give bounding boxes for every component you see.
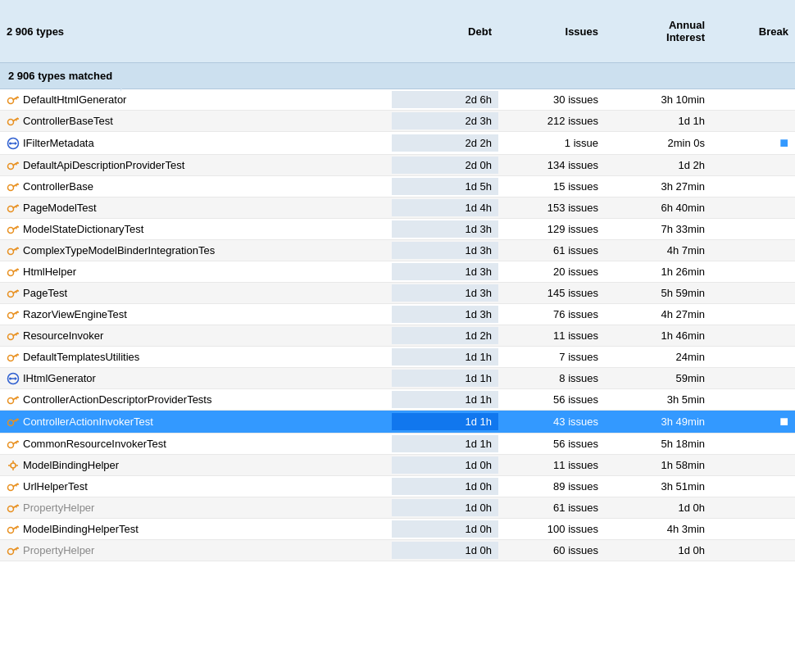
- key-icon: [7, 159, 20, 172]
- cell-name: DefaultTemplatesUtilities: [0, 348, 392, 366]
- cell-interest: 1d 2h: [605, 157, 711, 174]
- cell-name: RazorViewEngineTest: [0, 306, 392, 324]
- key-icon: [7, 544, 20, 557]
- svg-point-36: [8, 291, 14, 297]
- svg-point-82: [8, 527, 14, 533]
- cell-issues: 145 issues: [498, 284, 605, 302]
- table-row[interactable]: PageTest 1d 3h 145 issues 5h 59min: [0, 283, 795, 304]
- table-row[interactable]: ControllerActionInvokerTest 1d 1h 43 iss…: [0, 411, 795, 434]
- table-row[interactable]: DefaultApiDescriptionProviderTest 2d 0h …: [0, 155, 795, 176]
- cell-name: ModelStateDictionaryTest: [0, 220, 392, 238]
- cell-break: [711, 527, 795, 532]
- svg-line-1: [13, 97, 19, 100]
- header-interest: Annual Interest: [605, 14, 711, 48]
- cell-interest: 4h 3min: [605, 520, 711, 538]
- table-row[interactable]: PropertyHelper 1d 0h 61 issues 1d 0h: [0, 497, 795, 519]
- table-row[interactable]: ComplexTypeModelBinderIntegrationTes 1d …: [0, 240, 795, 261]
- table-row[interactable]: HtmlHelper 1d 3h 20 issues 1h 26min: [0, 261, 795, 283]
- cell-debt: 1d 0h: [392, 499, 498, 516]
- header-break: Break: [711, 20, 795, 43]
- cell-debt: 1d 3h: [392, 242, 498, 259]
- cell-issues: 56 issues: [498, 391, 605, 408]
- cell-debt: 2d 6h: [392, 91, 498, 108]
- svg-point-4: [8, 119, 14, 125]
- cell-debt: 1d 1h: [392, 370, 498, 387]
- table-row[interactable]: ResourceInvoker 1d 2h 11 issues 1h 46min: [0, 325, 795, 347]
- cell-interest: 4h 27min: [605, 306, 711, 323]
- table-row[interactable]: RazorViewEngineTest 1d 3h 76 issues 4h 2…: [0, 304, 795, 325]
- table-row[interactable]: DefaultHtmlGenerator 2d 6h 30 issues 3h …: [0, 89, 795, 111]
- cell-issues: 11 issues: [498, 456, 605, 474]
- cell-issues: 76 issues: [498, 306, 605, 323]
- cell-break: [711, 270, 795, 275]
- cell-name: DefaultHtmlGenerator: [0, 91, 392, 109]
- cell-interest: 1d 1h: [605, 112, 711, 129]
- table-row[interactable]: IFilterMetadata 2d 2h 1 issue 2min 0s ■: [0, 132, 795, 155]
- svg-line-65: [13, 441, 19, 444]
- cell-issues: 89 issues: [498, 478, 605, 495]
- cell-name: ModelBindingHelper: [0, 456, 392, 474]
- cell-break: [711, 206, 795, 211]
- table-row[interactable]: DefaultTemplatesUtilities 1d 1h 7 issues…: [0, 347, 795, 368]
- key-icon: [7, 480, 20, 493]
- cell-name: IHtmlGenerator: [0, 370, 392, 388]
- interface-icon: [7, 137, 20, 150]
- cell-issues: 212 issues: [498, 112, 605, 129]
- cell-debt: 1d 3h: [392, 306, 498, 323]
- header-name: 2 906 types: [0, 20, 392, 43]
- header-debt: Debt: [392, 20, 498, 43]
- svg-point-48: [8, 355, 14, 361]
- svg-marker-54: [15, 377, 17, 380]
- table-row[interactable]: ModelBindingHelper 1d 0h 11 issues 1h 58…: [0, 455, 795, 476]
- cell-debt: 1d 0h: [392, 520, 498, 538]
- table-row[interactable]: ControllerBase 1d 5h 15 issues 3h 27min: [0, 176, 795, 198]
- table-row[interactable]: UrlHelperTest 1d 0h 89 issues 3h 51min: [0, 476, 795, 497]
- svg-line-37: [13, 290, 19, 293]
- cell-debt: 1d 4h: [392, 199, 498, 216]
- cell-name: ControllerBaseTest: [0, 112, 392, 130]
- svg-line-5: [13, 118, 19, 121]
- svg-line-49: [13, 354, 19, 357]
- table-header: 2 906 types Debt Issues Annual Interest …: [0, 0, 795, 63]
- cell-debt: 1d 3h: [392, 263, 498, 280]
- cell-issues: 30 issues: [498, 91, 605, 108]
- cell-interest: 7h 33min: [605, 220, 711, 238]
- cell-name: ModelBindingHelperTest: [0, 520, 392, 538]
- table-row[interactable]: IHtmlGenerator 1d 1h 8 issues 59min: [0, 368, 795, 389]
- cell-name: UrlHelperTest: [0, 478, 392, 496]
- cell-debt: 1d 1h: [392, 391, 498, 408]
- svg-point-60: [8, 420, 14, 425]
- cell-break: [711, 506, 795, 511]
- cell-break: [711, 463, 795, 468]
- table-body: DefaultHtmlGenerator 2d 6h 30 issues 3h …: [0, 89, 795, 561]
- cell-interest: 5h 18min: [605, 435, 711, 452]
- svg-line-41: [13, 311, 19, 315]
- table-row[interactable]: CommonResourceInvokerTest 1d 1h 56 issue…: [0, 434, 795, 455]
- key-icon: [7, 308, 20, 321]
- svg-point-16: [8, 184, 14, 190]
- cell-break: [711, 397, 795, 402]
- table-row[interactable]: ControllerBaseTest 2d 3h 212 issues 1d 1…: [0, 111, 795, 132]
- key-icon: [7, 180, 20, 193]
- cell-break: [711, 548, 795, 553]
- svg-line-25: [13, 226, 19, 229]
- table-row[interactable]: PropertyHelper 1d 0h 60 issues 1d 0h: [0, 540, 795, 561]
- table-row[interactable]: ModelStateDictionaryTest 1d 3h 129 issue…: [0, 219, 795, 240]
- table-row[interactable]: PageModelTest 1d 4h 153 issues 6h 40min: [0, 198, 795, 219]
- table-row[interactable]: ControllerActionDescriptorProviderTests …: [0, 389, 795, 411]
- cell-name: PropertyHelper: [0, 499, 392, 517]
- key-icon: [7, 202, 20, 215]
- main-table: 2 906 types Debt Issues Annual Interest …: [0, 0, 795, 561]
- svg-point-74: [8, 484, 14, 490]
- svg-point-44: [8, 334, 14, 339]
- cell-issues: 100 issues: [498, 520, 605, 538]
- table-row[interactable]: ModelBindingHelperTest 1d 0h 100 issues …: [0, 519, 795, 540]
- cell-issues: 20 issues: [498, 263, 605, 280]
- cell-issues: 60 issues: [498, 542, 605, 559]
- cell-debt: 1d 1h: [392, 435, 498, 452]
- cell-issues: 134 issues: [498, 157, 605, 174]
- key-icon: [7, 502, 20, 515]
- cell-debt: 1d 2h: [392, 327, 498, 344]
- header-issues: Issues: [498, 20, 605, 43]
- cell-issues: 56 issues: [498, 435, 605, 452]
